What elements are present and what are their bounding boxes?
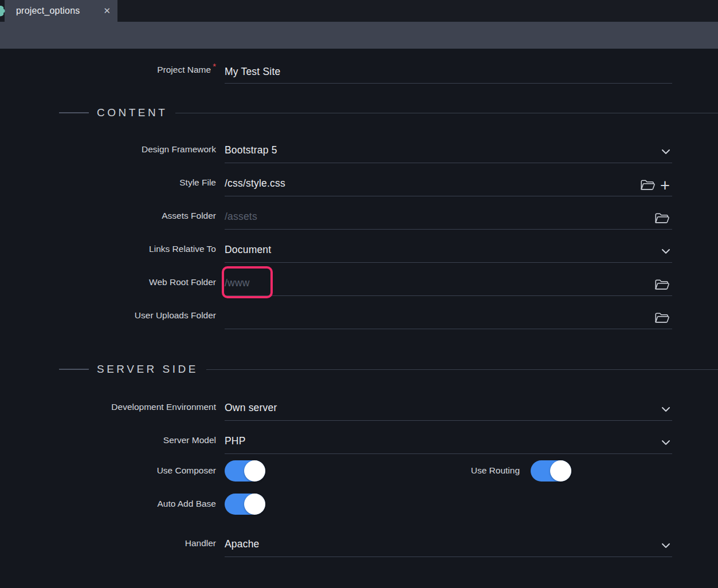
development-environment-select[interactable]: Own server [225,388,672,421]
style-file-label: Style File [0,177,216,196]
plus-icon[interactable]: + [660,179,670,192]
server-model-label: Server Model [0,435,216,454]
tab-project-options[interactable]: project_options ✕ [5,0,117,22]
field-web-root-folder: Web Root Folder [0,263,718,296]
links-relative-to-label: Links Relative To [0,244,216,263]
section-header-server-side: SERVER SIDE [0,358,718,381]
toggle-knob [550,460,571,482]
project-name-input[interactable] [225,66,672,78]
assets-folder-input[interactable] [225,211,672,223]
field-handler: Handler Apache [0,524,718,557]
use-composer-label: Use Composer [0,465,216,476]
toggle-knob [244,460,265,482]
assets-folder-label: Assets Folder [0,211,216,230]
required-asterisk: * [213,61,216,71]
use-routing-toggle[interactable] [531,460,571,482]
chevron-down-icon [661,440,670,445]
style-file-input[interactable] [225,177,672,190]
section-line [175,113,718,113]
section-title-server-side: SERVER SIDE [97,363,198,376]
user-uploads-folder-label: User Uploads Folder [0,310,216,329]
use-routing-label: Use Routing [342,465,520,476]
user-uploads-folder-input[interactable] [225,310,672,322]
field-use-composer: Use Composer Use Routing [0,454,718,487]
design-framework-label: Design Framework [0,144,216,163]
field-user-uploads-folder: User Uploads Folder [0,296,718,329]
use-composer-toggle[interactable] [225,460,265,482]
project-name-label: Project Name* [0,61,216,84]
field-project-name: Project Name* [0,57,718,84]
auto-add-base-toggle[interactable] [225,494,265,515]
field-links-relative-to: Links Relative To Document [0,230,718,263]
toolbar [0,22,718,49]
toggle-knob [244,494,265,515]
web-root-folder-input[interactable] [225,277,672,289]
folder-open-icon[interactable] [654,311,670,325]
auto-add-base-label: Auto Add Base [0,499,216,509]
chevron-down-icon [661,543,670,548]
handler-label: Handler [0,538,216,557]
folder-open-icon[interactable] [640,179,656,192]
tab-bar: project_options ✕ [0,0,718,22]
field-server-model: Server Model PHP [0,421,718,454]
chevron-down-icon [661,248,670,254]
field-assets-folder: Assets Folder [0,196,718,230]
field-design-framework: Design Framework Bootstrap 5 [0,130,718,163]
section-dash [59,112,89,113]
web-root-folder-label: Web Root Folder [0,277,216,296]
links-relative-to-select[interactable]: Document [225,230,672,263]
section-dash [59,369,89,370]
development-environment-label: Development Environment [0,402,216,421]
close-icon[interactable]: ✕ [103,6,111,16]
field-development-environment: Development Environment Own server [0,388,718,421]
field-style-file: Style File + [0,163,718,196]
folder-open-icon[interactable] [654,278,670,291]
app-logo-icon [0,5,6,18]
design-framework-select[interactable]: Bootstrap 5 [225,130,672,163]
handler-select[interactable]: Apache [225,524,672,557]
tab-title: project_options [16,6,99,16]
section-title-content: CONTENT [97,106,167,119]
chevron-down-icon [661,149,670,155]
folder-open-icon[interactable] [654,212,670,225]
field-auto-add-base: Auto Add Base [0,487,718,520]
section-line [206,369,718,370]
chevron-down-icon [661,407,670,412]
server-model-select[interactable]: PHP [225,421,672,454]
project-options-panel: Project Name* CONTENT Design Framework B… [0,49,718,588]
section-header-content: CONTENT [0,101,718,124]
